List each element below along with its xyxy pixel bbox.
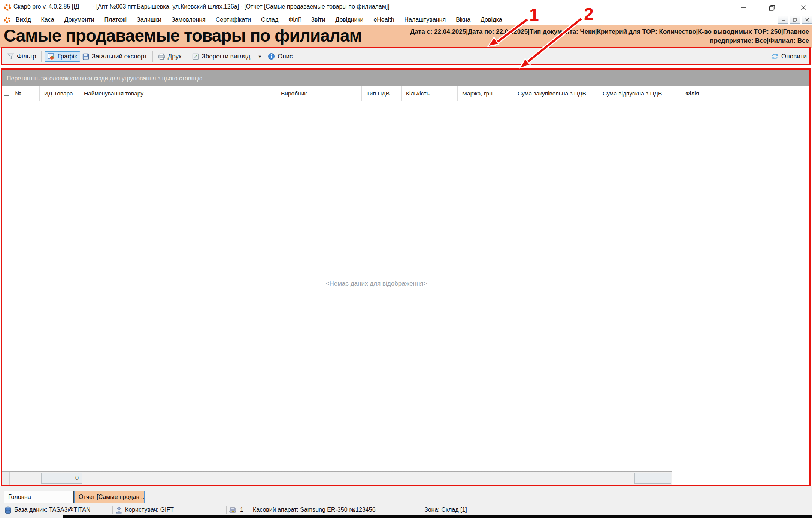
database-icon [4, 506, 12, 514]
description-button[interactable]: Опис [266, 51, 295, 62]
empty-data-message: <Немає даних для відображення> [307, 280, 446, 287]
user-icon [116, 506, 122, 514]
app-window: Скарб pro v. 4.0.2.85 [ІД - [Апт №003 пг… [0, 0, 812, 518]
menu-item-directories[interactable]: Довідники [335, 16, 363, 23]
menu-item-reports[interactable]: Звіти [311, 16, 325, 23]
status-separator [226, 506, 227, 514]
description-label: Опис [278, 53, 293, 60]
column-header-vat-type[interactable]: Тип ПДВ [362, 86, 402, 101]
group-by-panel[interactable]: Перетягніть заголовок колонки сюди для у… [2, 70, 810, 86]
column-header-manufacturer[interactable]: Виробник [276, 86, 362, 101]
save-view-dropdown-icon[interactable]: ▼ [258, 54, 262, 59]
minimize-button[interactable] [739, 3, 748, 13]
status-separator [421, 506, 421, 514]
column-header-product-name[interactable]: Найменування товару [79, 86, 276, 101]
row-indicator-header [2, 86, 10, 101]
status-database: База даних: TASA3@TITAN [14, 506, 91, 513]
report-title: Самые продаваемые товары по филиалам [4, 25, 362, 46]
export-label: Загальний експорт [92, 53, 147, 60]
toolbar-separator [187, 51, 187, 62]
status-cash-register: Касовий апарат: Samsung ER-350 №123456 [253, 506, 376, 513]
close-button[interactable] [799, 3, 808, 13]
refresh-icon [771, 53, 779, 60]
status-user: Користувач: GIFT [125, 506, 174, 513]
column-header-retail-sum[interactable]: Сума відпускна з ПДВ [598, 86, 681, 101]
menu-item-windows[interactable]: Вікна [456, 16, 470, 23]
column-header-quantity[interactable]: Кількість [402, 86, 458, 101]
mdi-window-controls [776, 16, 812, 24]
mdi-close-button[interactable] [802, 16, 812, 24]
print-label: Друк [168, 53, 182, 60]
grid-header-row: № ИД Товара Найменування товару Виробник… [2, 86, 810, 101]
status-separator [112, 506, 113, 514]
report-header: Самые продаваемые товары по филиалам Дат… [0, 25, 812, 48]
mdi-restore-button[interactable] [790, 16, 800, 24]
menu-item-ehealth[interactable]: eHealth [373, 16, 394, 23]
tab-report-active[interactable]: Отчет [Самые продав .. [74, 491, 145, 503]
chart-icon [48, 53, 55, 60]
info-icon [268, 53, 275, 60]
report-parameters: Дата с: 22.04.2025|Дата по: 22.04.2025|Т… [375, 27, 809, 45]
annotation-rect-grid [1, 68, 811, 486]
app-logo-icon-small [4, 17, 10, 23]
mdi-minimize-button[interactable] [778, 16, 788, 24]
chart-button[interactable]: Графік [45, 51, 80, 62]
column-header-branch[interactable]: Філія [681, 86, 810, 101]
menu-item-stock[interactable]: Залишки [137, 16, 161, 23]
export-button[interactable]: Загальний експорт [80, 51, 149, 62]
status-terminal-count: 1 [240, 506, 243, 513]
refresh-label: Оновити [781, 53, 807, 60]
menu-item-payments[interactable]: Платежі [104, 16, 127, 23]
column-header-product-id[interactable]: ИД Товара [40, 86, 79, 101]
menu-item-documents[interactable]: Документи [64, 16, 94, 23]
report-parameters-line2: предприятие: Все|Филиал: Все [375, 36, 809, 45]
menu-item-branches[interactable]: Філії [288, 16, 301, 23]
filter-button[interactable]: Фільтр [5, 51, 38, 62]
status-zone: Зона: Склад [1] [424, 506, 467, 513]
window-title: Скарб pro v. 4.0.2.85 [ІД - [Апт №003 пг… [13, 3, 390, 10]
printer-icon [158, 53, 165, 60]
menu-item-settings[interactable]: Налаштування [405, 16, 446, 23]
save-view-icon [192, 53, 199, 60]
menu-item-cash[interactable]: Каса [41, 16, 54, 23]
grid-footer-count-cell: 0 [41, 473, 82, 484]
refresh-button[interactable]: Оновити [771, 53, 807, 60]
menu-item-orders[interactable]: Замовлення [172, 16, 206, 23]
cash-terminal-icon [229, 506, 237, 514]
group-by-hint: Перетягніть заголовок колонки сюди для у… [7, 75, 202, 82]
menu-item-help[interactable]: Довідка [481, 16, 502, 23]
status-separator [249, 506, 249, 514]
toolbar: Фільтр Графік [1, 47, 811, 65]
grid-footer-row [2, 472, 672, 485]
menu-item-certificates[interactable]: Сертифікати [216, 16, 251, 23]
grid-footer-indicator-cell [2, 472, 10, 485]
status-bar: База даних: TASA3@TITAN Користувач: GIFT… [0, 505, 812, 515]
print-button[interactable]: Друк [156, 51, 184, 62]
menu-item-exit[interactable]: Вихід [16, 16, 31, 23]
title-bar: Скарб pro v. 4.0.2.85 [ІД - [Апт №003 пг… [0, 0, 812, 15]
menu-item-warehouse[interactable]: Склад [261, 16, 278, 23]
tab-home[interactable]: Головна [4, 491, 74, 503]
grid-footer-empty-cell [634, 473, 671, 484]
rows-icon [4, 92, 9, 96]
column-header-number[interactable]: № [10, 86, 40, 101]
save-view-label: Зберегти вигляд [202, 53, 250, 60]
chart-label: Графік [57, 53, 77, 60]
column-header-purchase-sum[interactable]: Сума закупівельна з ПДВ [513, 86, 598, 101]
filter-label: Фільтр [17, 53, 36, 60]
restore-button[interactable] [767, 3, 777, 13]
menu-bar: Вихід Каса Документи Платежі Залишки Зам… [0, 15, 812, 25]
bottom-black-strip [63, 515, 812, 518]
report-parameters-line1: Дата с: 22.04.2025|Дата по: 22.04.2025|Т… [375, 27, 809, 36]
toolbar-separator [41, 51, 42, 62]
filter-icon [7, 53, 14, 60]
toolbar-separator [152, 51, 153, 62]
export-icon [82, 53, 89, 60]
app-logo-icon [4, 4, 11, 11]
save-view-button[interactable]: Зберегти вигляд [190, 51, 252, 62]
column-header-margin[interactable]: Маржа, грн [458, 86, 513, 101]
